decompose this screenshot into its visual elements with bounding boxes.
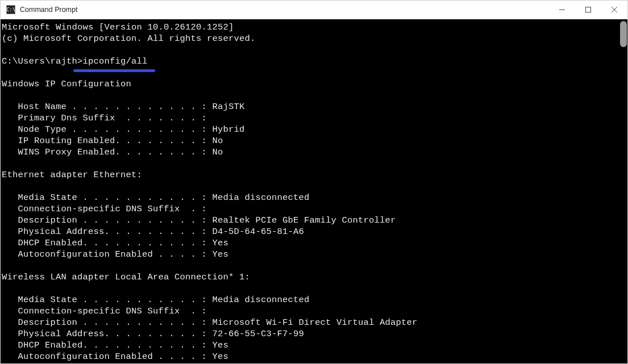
prompt: C:\Users\rajth> <box>2 56 83 66</box>
eth-media-state: Media State . . . . . . . . . . . : Medi… <box>2 193 310 203</box>
prop-node-type: Node Type . . . . . . . . . . . . : Hybr… <box>2 124 245 135</box>
section-wlan-header: Wireless LAN adapter Local Area Connecti… <box>2 272 250 282</box>
section-main-header: Windows IP Configuration <box>2 79 131 89</box>
wlan-dhcp: DHCP Enabled. . . . . . . . . . . : Yes <box>2 340 228 350</box>
prop-ip-routing: IP Routing Enabled. . . . . . . . : No <box>2 136 223 146</box>
wlan-conn-dns: Connection-specific DNS Suffix . : <box>2 306 207 316</box>
window: C:\ Command Prompt Microsoft Window <box>0 0 628 364</box>
window-title: Command Prompt <box>20 6 77 14</box>
command-prompt-icon: C:\ <box>6 5 15 14</box>
prop-wins-proxy: WINS Proxy Enabled. . . . . . . . : No <box>2 147 223 157</box>
close-icon <box>612 7 617 12</box>
wlan-media-state: Media State . . . . . . . . . . . : Medi… <box>2 295 310 305</box>
header-line-1: Microsoft Windows [Version 10.0.26120.12… <box>2 22 234 32</box>
typed-command: ipconfig/all <box>83 56 148 66</box>
eth-conn-dns: Connection-specific DNS Suffix . : <box>2 204 207 214</box>
titlebar[interactable]: C:\ Command Prompt <box>1 1 627 19</box>
prop-primary-dns: Primary Dns Suffix . . . . . . . : <box>2 113 207 123</box>
maximize-button[interactable] <box>575 1 601 19</box>
section-eth-header: Ethernet adapter Ethernet: <box>2 170 142 180</box>
scrollbar-track <box>619 21 627 362</box>
eth-autoconf: Autoconfiguration Enabled . . . . : Yes <box>2 249 228 260</box>
wlan-autoconf: Autoconfiguration Enabled . . . . : Yes <box>2 352 228 362</box>
close-button[interactable] <box>601 1 627 19</box>
command-highlight-underline <box>73 69 155 72</box>
prop-host-name: Host Name . . . . . . . . . . . . : RajS… <box>2 102 245 112</box>
terminal-area[interactable]: Microsoft Windows [Version 10.0.26120.12… <box>1 19 627 363</box>
maximize-icon <box>585 7 591 12</box>
window-controls <box>549 1 627 19</box>
wlan-phys-addr: Physical Address. . . . . . . . . : 72-6… <box>2 329 304 339</box>
header-line-2: (c) Microsoft Corporation. All rights re… <box>2 34 256 44</box>
eth-description: Description . . . . . . . . . . . : Real… <box>2 215 396 225</box>
eth-dhcp: DHCP Enabled. . . . . . . . . . . : Yes <box>2 238 228 248</box>
scrollbar-thumb[interactable] <box>620 21 627 47</box>
svg-rect-1 <box>586 7 591 12</box>
wlan-description: Description . . . . . . . . . . . : Micr… <box>2 317 418 328</box>
eth-phys-addr: Physical Address. . . . . . . . . : D4-5… <box>2 227 304 237</box>
minimize-icon <box>559 7 565 12</box>
minimize-button[interactable] <box>549 1 575 19</box>
scrollbar[interactable] <box>619 21 627 362</box>
